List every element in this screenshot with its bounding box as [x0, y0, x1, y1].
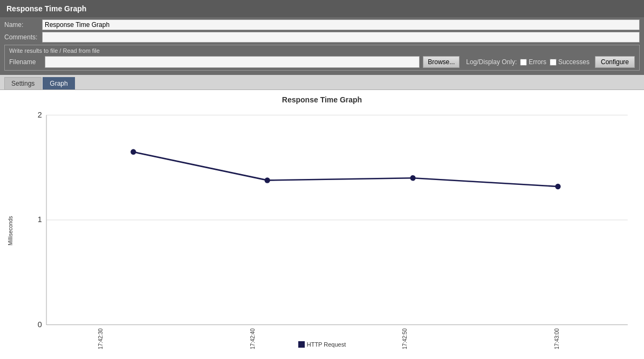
browse-button[interactable]: Browse...	[423, 56, 460, 68]
svg-point-9	[264, 177, 270, 183]
svg-text:1: 1	[38, 215, 42, 224]
filename-input[interactable]	[45, 56, 420, 68]
tabs-section: Settings Graph	[0, 75, 644, 90]
graph-container: Response Time Graph Milliseconds 2 1 0	[0, 90, 644, 359]
x-label-1: 17:42:40	[250, 328, 256, 349]
tab-graph[interactable]: Graph	[43, 77, 74, 89]
graph-area: Milliseconds 2 1 0	[5, 109, 639, 352]
window-title: Response Time Graph	[6, 4, 86, 13]
successes-label: Successes	[558, 58, 590, 66]
svg-text:2: 2	[38, 111, 42, 119]
x-label-3: 17:43:00	[554, 328, 560, 349]
title-bar: Response Time Graph	[0, 0, 644, 17]
y-axis-label: Milliseconds	[8, 216, 13, 245]
graph-title: Response Time Graph	[5, 95, 639, 104]
tab-settings[interactable]: Settings	[4, 77, 42, 89]
comments-input[interactable]	[42, 32, 640, 43]
successes-checkbox[interactable]	[550, 59, 557, 66]
filename-label: Filename	[9, 58, 42, 66]
file-group: Write results to file / Read from file F…	[4, 45, 640, 71]
svg-point-11	[555, 184, 560, 190]
log-display-section: Log/Display Only: Errors Successes Confi…	[466, 56, 635, 68]
name-row: Name:	[4, 19, 640, 30]
svg-point-10	[410, 175, 415, 181]
comments-row: Comments:	[4, 32, 640, 43]
x-label-0: 17:42:30	[98, 328, 104, 349]
file-row: Filename Browse... Log/Display Only: Err…	[9, 56, 635, 68]
successes-checkbox-group: Successes	[550, 58, 590, 66]
errors-checkbox[interactable]	[520, 59, 527, 66]
chart-svg: 2 1 0	[24, 109, 633, 330]
x-axis-labels: 17:42:30 17:42:40 17:42:50 17:43:00	[24, 328, 633, 349]
errors-label: Errors	[529, 58, 546, 66]
x-label-2: 17:42:50	[402, 328, 408, 349]
log-display-label: Log/Display Only:	[466, 58, 517, 66]
svg-point-8	[131, 149, 136, 155]
configure-button[interactable]: Configure	[595, 56, 635, 68]
comments-label: Comments:	[4, 33, 42, 41]
name-label: Name:	[4, 21, 42, 29]
errors-checkbox-group: Errors	[520, 58, 546, 66]
form-section: Name: Comments: Write results to file / …	[0, 17, 644, 75]
name-input[interactable]	[42, 19, 640, 30]
file-group-legend: Write results to file / Read from file	[9, 47, 635, 54]
